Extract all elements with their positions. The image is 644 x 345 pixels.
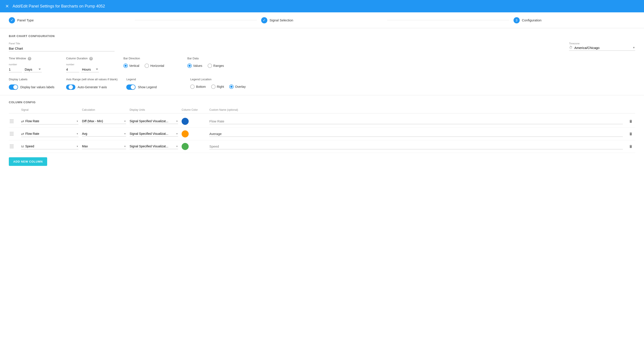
signal-select-arrow-1: ▼ (76, 120, 78, 122)
bar-direction-horizontal[interactable]: Horizontal (144, 64, 164, 68)
main-content: BAR CHART CONFIGURATION Panel Title Time… (0, 28, 644, 345)
col-header-column-color: Column Color (182, 108, 206, 111)
col-header-drag (9, 108, 18, 111)
column-duration-number-input[interactable] (66, 67, 79, 72)
timezone-chevron-icon: ▼ (632, 46, 635, 49)
table-row: ⇄ Flow Rate Speed ▼ Diff (Max - Min) Avg… (9, 115, 635, 128)
step-panel-type[interactable]: Panel Type (9, 17, 130, 23)
time-window-number-input[interactable] (9, 67, 22, 72)
add-new-column-button[interactable]: ADD NEW COLUMN (9, 157, 47, 166)
units-select-wrapper-2: Signal Specified Visualizat... ▼ (130, 131, 178, 137)
display-labels-toggle[interactable] (9, 85, 18, 90)
radio-label-ranges: Ranges (213, 64, 224, 68)
radio-circle-overlay (229, 85, 234, 89)
color-circle-1[interactable] (182, 118, 189, 125)
signal-select-1[interactable]: Flow Rate Speed (25, 119, 75, 123)
axis-range-toggle-label: Auto-Generate Y-axis (78, 85, 107, 89)
calculation-arrow-2: ▼ (124, 133, 126, 135)
table-row: ω Speed Flow Rate ▼ Max Avg Min Diff (Ma… (9, 140, 635, 153)
legend-location-radio-group: Bottom Right Overlay (190, 85, 256, 89)
legend-location-right[interactable]: Right (211, 85, 224, 89)
signal-select-2[interactable]: Flow Rate Speed (25, 132, 75, 135)
radio-label-vertical: Vertical (129, 64, 139, 68)
legend-location-overlay[interactable]: Overlay (229, 85, 246, 89)
section-divider (0, 95, 644, 95)
signal-icon-1: ⇄ (21, 119, 24, 123)
legend-label: Legend (126, 78, 182, 81)
legend-toggle[interactable] (126, 85, 136, 90)
units-select-3[interactable]: Signal Specified Visualizat... (130, 145, 174, 148)
color-circle-2[interactable] (182, 130, 189, 137)
col-header-calculation: Calculation (82, 108, 126, 111)
signal-select-3[interactable]: Speed Flow Rate (25, 145, 75, 148)
column-duration-input-group: Hours Days Minutes (66, 67, 114, 72)
signal-icon-3: ω (21, 144, 24, 148)
bar-data-values[interactable]: Values (187, 64, 202, 68)
step-circle-signal-selection (261, 17, 267, 23)
calculation-select-2[interactable]: Avg Diff (Max - Min) Max Min (82, 132, 122, 135)
radio-circle-horizontal (144, 64, 149, 68)
column-config-section-title: COLUMN CONFIG (9, 101, 635, 104)
time-window-label: Time Window ? (9, 57, 57, 61)
bar-data-ranges[interactable]: Ranges (208, 64, 224, 68)
calculation-arrow-1: ▼ (124, 120, 126, 122)
radio-circle-ranges (208, 64, 212, 68)
display-labels-toggle-label: Display bar values labels (20, 85, 54, 89)
units-select-2[interactable]: Signal Specified Visualizat... (130, 132, 174, 135)
step-label-signal-selection: Signal Selection (270, 18, 293, 22)
column-duration-unit-select[interactable]: Hours Days Minutes (81, 67, 99, 72)
header: ✕ Add/Edit Panel Settings for Barcharts … (0, 0, 644, 12)
signal-select-arrow-3: ▼ (76, 145, 78, 148)
bar-direction-vertical[interactable]: Vertical (124, 64, 139, 68)
axis-range-label: Axis Range (will show all values if blan… (66, 78, 118, 81)
column-duration-label: Column Duration ? (66, 57, 114, 61)
table-row: ⇄ Flow Rate Speed ▼ Avg Diff (Max - Min)… (9, 128, 635, 140)
stepper: Panel Type Signal Selection 3 Configurat… (0, 12, 644, 28)
radio-label-values: Values (193, 64, 202, 68)
signal-select-wrapper-3: ω Speed Flow Rate ▼ (21, 143, 78, 149)
legend-toggle-label: Show Legend (138, 85, 157, 89)
panel-title-input[interactable] (9, 46, 114, 51)
display-labels-toggle-group: Display bar values labels (9, 85, 57, 90)
bar-data-label: Bar Data (187, 57, 236, 60)
axis-range-toggle[interactable] (66, 85, 76, 90)
custom-name-input-2[interactable] (210, 131, 623, 137)
step-configuration[interactable]: 3 Configuration (514, 17, 635, 23)
radio-circle-right (211, 85, 216, 89)
legend-location-bottom[interactable]: Bottom (190, 85, 206, 89)
timezone-group: Timezone ⏱ America/Chicago America/New_Y… (569, 42, 635, 51)
time-window-unit-select[interactable]: Days Hours Minutes (24, 67, 42, 72)
column-duration-help-icon[interactable]: ? (89, 57, 93, 61)
drag-handle-1[interactable] (9, 118, 18, 124)
signal-select-wrapper-2: ⇄ Flow Rate Speed ▼ (21, 131, 78, 137)
signal-select-arrow-2: ▼ (76, 133, 78, 135)
time-window-help-icon[interactable]: ? (28, 57, 31, 61)
step-label-panel-type: Panel Type (17, 18, 34, 22)
custom-name-input-3[interactable] (210, 144, 623, 149)
color-circle-3[interactable] (182, 143, 189, 150)
bar-chart-section-title: BAR CHART CONFIGURATION (9, 35, 635, 38)
step-signal-selection[interactable]: Signal Selection (261, 17, 383, 23)
units-select-1[interactable]: Signal Specified Visualizat... (130, 119, 174, 123)
calculation-select-3[interactable]: Max Avg Min Diff (Max - Min) (82, 145, 122, 148)
timezone-select-wrapper: ⏱ America/Chicago America/New_York Ameri… (569, 46, 635, 51)
timezone-select[interactable]: America/Chicago America/New_York America… (574, 46, 631, 50)
drag-handle-2[interactable] (9, 131, 18, 137)
custom-name-input-1[interactable] (210, 118, 623, 124)
signal-select-wrapper-1: ⇄ Flow Rate Speed ▼ (21, 118, 78, 124)
delete-button-2[interactable] (626, 131, 635, 137)
delete-button-1[interactable] (626, 118, 635, 124)
timezone-label: Timezone (569, 42, 635, 45)
units-arrow-1: ▼ (176, 120, 178, 122)
page-title: Add/Edit Panel Settings for Barcharts on… (12, 4, 105, 9)
calculation-select-wrapper-2: Avg Diff (Max - Min) Max Min ▼ (82, 131, 126, 137)
signal-icon-2: ⇄ (21, 132, 24, 136)
drag-handle-3[interactable] (9, 144, 18, 149)
step-circle-configuration: 3 (514, 17, 520, 23)
settings-row: Time Window ? number Days Hours Minutes … (9, 57, 635, 72)
step-circle-panel-type (9, 17, 15, 23)
calculation-select-1[interactable]: Diff (Max - Min) Avg Max Min (82, 119, 122, 123)
close-button[interactable]: ✕ (5, 4, 9, 9)
delete-button-3[interactable] (626, 144, 635, 149)
radio-circle-values (187, 64, 192, 68)
